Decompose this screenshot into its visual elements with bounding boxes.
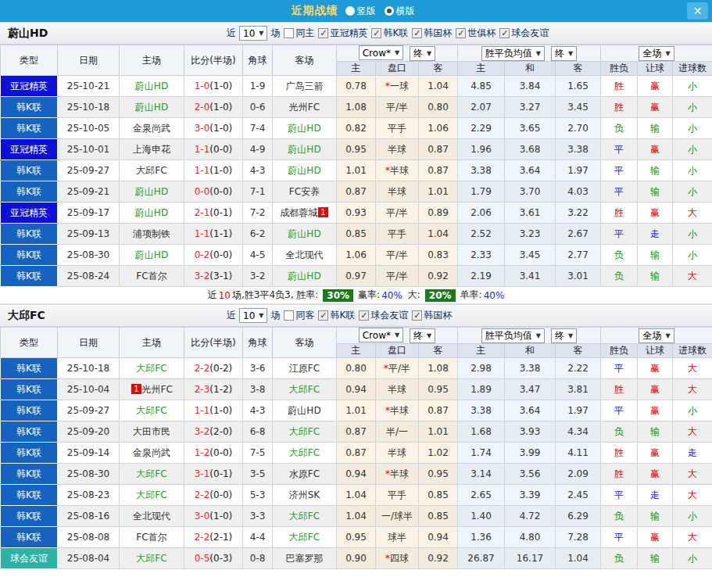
checkbox-icon[interactable] (284, 28, 294, 38)
sub-avg-draw: 和 (505, 344, 556, 358)
league-filter[interactable]: ✓韩国杯 (412, 27, 452, 40)
match-row: 韩K联25-08-08FC首尔2-2(2-1)4-4大邱FC0.95球半0.94… (1, 527, 712, 548)
result: 平 (601, 485, 638, 506)
match-date: 25-09-17 (58, 203, 120, 224)
match-date: 25-10-18 (58, 97, 120, 118)
close-button[interactable]: ✕ (687, 2, 708, 20)
odds-stage-select[interactable]: 终 (410, 328, 435, 343)
home-team: 蔚山HD (120, 181, 184, 203)
league-filter[interactable]: ✓韩国杯 (412, 309, 452, 322)
handicap: 半球 (376, 443, 419, 464)
sub-home: 主 (337, 62, 376, 76)
checkbox-icon[interactable]: ✓ (412, 310, 422, 321)
red-card-badge: 1 (318, 207, 327, 217)
checkbox-icon[interactable]: ✓ (499, 28, 510, 38)
league-badge: 韩K联 (1, 400, 58, 421)
home-team: FC首尔 (120, 527, 184, 548)
games-count-select[interactable]: 10 (239, 26, 267, 41)
avg-draw: 3.99 (505, 443, 556, 464)
match-row: 韩K联25-09-13浦项制铁1-1(1-1)6-2蔚山HD0.85平手1.04… (1, 224, 712, 245)
home-team: 1光州FC (120, 379, 184, 400)
sub-avg-away: 客 (556, 62, 601, 76)
corners: 7-1 (243, 181, 273, 203)
same-venue-filter[interactable]: 同主 (284, 27, 314, 40)
goals-result: 大 (673, 485, 712, 506)
checkbox-icon[interactable]: ✓ (359, 310, 369, 321)
match-row: 韩K联25-08-23大邱FC2-2(0-0)5-3济州SK1.04平手0.85… (1, 485, 712, 506)
team-label: 大邱FC (136, 363, 166, 374)
away-team: 全北现代 (273, 245, 337, 266)
handicap: *半球 (376, 160, 419, 181)
odds-source-select[interactable]: Crow* (359, 45, 403, 60)
avg-home: 3.38 (458, 160, 505, 181)
scope-group: 全场 (601, 328, 712, 344)
titlebar: 近期战绩 竖版 横版 ✕ (0, 0, 712, 22)
odds-stage-select[interactable]: 终 (410, 46, 435, 61)
away-team: 大邱FC (273, 443, 337, 464)
score: 1-1(1-0) (184, 160, 243, 181)
match-date: 25-09-27 (58, 160, 120, 181)
league-filter[interactable]: ✓球会友谊 (499, 27, 549, 40)
avg-home: 1.36 (458, 527, 505, 548)
team-label: 大邱FC (136, 553, 166, 564)
avg-away: 3.45 (556, 97, 601, 118)
away-team: 蔚山HD (273, 160, 337, 181)
corners: 7-2 (243, 203, 273, 224)
handicap: *半球 (376, 464, 419, 485)
result: 胜 (601, 203, 638, 224)
odds-away: 0.85 (419, 506, 458, 527)
odds-home: 1.01 (337, 400, 376, 421)
away-team: 成都蓉城1 (273, 203, 337, 224)
team-label: 大邱FC (289, 532, 320, 543)
scope-select[interactable]: 全场 (639, 46, 674, 61)
same-venue-filter[interactable]: 同客 (284, 309, 314, 322)
score: 1-1(1-0) (184, 400, 243, 421)
handicap: 平/半 (376, 245, 419, 266)
league-badge: 球会友谊 (1, 548, 58, 569)
corners: 4-9 (243, 139, 273, 160)
odds-away: 0.87 (419, 400, 458, 421)
goals-result: 小 (673, 118, 712, 139)
avg-draw: 3.41 (505, 266, 556, 287)
checkbox-icon[interactable]: ✓ (371, 28, 381, 38)
league-filter[interactable]: ✓球会友谊 (359, 309, 408, 322)
avg-stage-select[interactable]: 终 (551, 46, 577, 61)
home-team: 大邱FC (120, 160, 184, 181)
checkbox-icon[interactable]: ✓ (318, 28, 328, 38)
checkbox-icon[interactable]: ✓ (318, 310, 328, 321)
league-badge: 韩K联 (1, 464, 58, 485)
corners: 6-8 (243, 421, 273, 443)
goals-result: 大 (673, 527, 712, 548)
team-label: 金泉尚武 (133, 123, 170, 134)
horizontal-layout-radio[interactable] (385, 6, 394, 16)
avg-type-select[interactable]: 胜平负均值 (481, 328, 545, 343)
league-filter[interactable]: ✓韩K联 (371, 27, 408, 40)
league-filter[interactable]: ✓亚冠精英 (318, 27, 367, 40)
avg-stage-select[interactable]: 终 (551, 328, 577, 343)
avg-type-select[interactable]: 胜平负均值 (481, 46, 545, 61)
checkbox-icon[interactable]: ✓ (412, 28, 422, 38)
vertical-layout-radio[interactable] (345, 6, 355, 16)
odds-source-select[interactable]: Crow* (359, 328, 403, 342)
checkbox-icon[interactable]: ✓ (456, 28, 466, 38)
league-filter[interactable]: ✓世俱杯 (456, 27, 496, 40)
odds-home: 0.94 (337, 379, 376, 400)
odds-home: 0.85 (337, 224, 376, 245)
result: 平 (601, 160, 638, 181)
odds-home: 0.97 (337, 266, 376, 287)
col-date: 日期 (58, 45, 120, 76)
scope-select[interactable]: 全场 (639, 328, 674, 343)
checkbox-icon[interactable] (284, 310, 294, 321)
avg-home: 4.85 (458, 76, 505, 97)
col-score: 比分(半场) (184, 328, 243, 358)
league-filter[interactable]: ✓韩K联 (318, 309, 355, 322)
games-count-select[interactable]: 10 (239, 308, 267, 323)
col-score: 比分(半场) (184, 45, 243, 76)
team-label: 浦项制铁 (133, 228, 170, 239)
big-rate-badge: 20% (425, 289, 456, 302)
corners: 4-3 (243, 160, 273, 181)
away-team: 大邱FC (273, 421, 337, 443)
league-badge: 韩K联 (1, 506, 58, 527)
handicap-result: 赢 (638, 443, 673, 464)
match-date: 25-09-21 (58, 181, 120, 203)
